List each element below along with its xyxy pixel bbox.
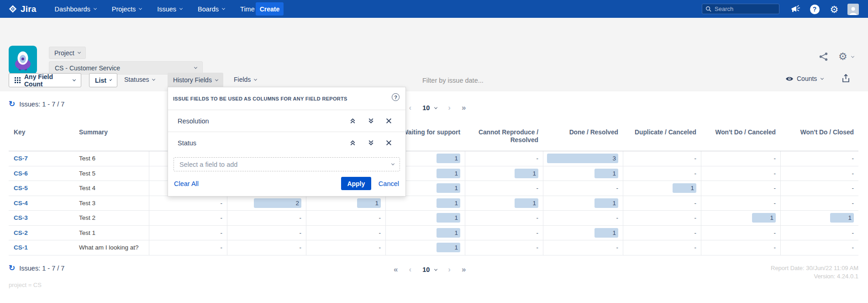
value-cell: - bbox=[623, 166, 701, 181]
move-top-icon[interactable] bbox=[349, 139, 356, 146]
first-page-button[interactable]: « bbox=[394, 265, 398, 274]
empty-value: - bbox=[694, 229, 697, 236]
value-cell: - bbox=[149, 211, 227, 225]
value-cell: - bbox=[227, 226, 306, 240]
help-circle-icon[interactable]: ? bbox=[392, 93, 400, 101]
value-cell: - bbox=[780, 240, 858, 255]
issue-key-link[interactable]: CS-7 bbox=[14, 155, 28, 162]
search-input[interactable] bbox=[715, 5, 776, 12]
statuses-dropdown[interactable]: Statuses bbox=[124, 76, 155, 83]
chevron-down-icon bbox=[139, 7, 142, 10]
move-bottom-icon[interactable] bbox=[368, 117, 374, 124]
summary-cell: Test 6 bbox=[73, 151, 149, 166]
empty-value: - bbox=[694, 244, 697, 251]
clear-all-link[interactable]: Clear All bbox=[174, 180, 199, 187]
issue-key-link[interactable]: CS-1 bbox=[14, 244, 28, 251]
any-field-count-button[interactable]: Any Field Count bbox=[9, 73, 81, 87]
nav-item-projects[interactable]: Projects bbox=[112, 5, 142, 13]
apply-button[interactable]: Apply bbox=[341, 177, 371, 190]
fields-dropdown[interactable]: Fields bbox=[234, 76, 257, 83]
count-bar: 1 bbox=[437, 213, 460, 223]
counts-dropdown[interactable]: Counts bbox=[785, 75, 823, 82]
previous-page-button[interactable]: ‹ bbox=[409, 265, 411, 274]
last-page-button[interactable]: » bbox=[462, 265, 466, 274]
issue-key-link[interactable]: CS-3 bbox=[14, 214, 28, 221]
count-bar: 1 bbox=[515, 169, 538, 178]
value-cell: - bbox=[465, 151, 543, 166]
help-button[interactable]: ? bbox=[809, 3, 821, 15]
remove-field-icon[interactable] bbox=[386, 139, 392, 146]
value-cell: - bbox=[701, 226, 780, 240]
remove-field-icon[interactable] bbox=[386, 117, 392, 124]
move-bottom-icon[interactable] bbox=[368, 139, 374, 146]
history-fields-dropdown[interactable]: History Fields bbox=[168, 73, 223, 87]
any-field-report-table: KeySummary/ Waiting for supportCannot Re… bbox=[9, 123, 858, 255]
table-row-cs-4: CS-4Test 3-21111--- bbox=[9, 196, 858, 211]
share-button[interactable] bbox=[819, 52, 829, 61]
value-cell: 1 bbox=[623, 181, 701, 196]
count-bar: 1 bbox=[437, 183, 460, 193]
empty-value: - bbox=[300, 214, 302, 221]
user-profile-button[interactable] bbox=[847, 3, 859, 15]
nav-item-boards[interactable]: Boards bbox=[198, 5, 225, 13]
chevron-down-icon bbox=[215, 78, 218, 81]
value-cell: - bbox=[623, 211, 701, 225]
value-cell: 1 bbox=[385, 226, 465, 240]
last-page-button[interactable]: » bbox=[462, 103, 466, 112]
report-settings-button[interactable]: ⚙ bbox=[838, 51, 854, 63]
issue-date-filter-input[interactable] bbox=[422, 74, 573, 86]
table-row-cs-2: CS-2Test 1---1-1--- bbox=[9, 226, 858, 241]
table-body: CS-7Test 61-3---CS-6Test 5111---CS-5Test… bbox=[9, 151, 858, 255]
refresh-icon[interactable]: ↻ bbox=[9, 100, 15, 108]
panel-field-row-status: Status bbox=[168, 132, 405, 154]
value-cell: - bbox=[780, 226, 858, 240]
page-size-select[interactable]: 10 bbox=[422, 266, 437, 273]
value-cell: - bbox=[227, 240, 306, 255]
value-cell: 1 bbox=[385, 240, 465, 255]
add-field-select[interactable]: Select a field to add bbox=[174, 157, 400, 171]
search-box[interactable] bbox=[702, 4, 779, 14]
key-cell: CS-3 bbox=[9, 211, 73, 225]
move-top-icon[interactable] bbox=[349, 117, 356, 124]
project-avatar[interactable] bbox=[9, 46, 37, 74]
summary-cell: Test 1 bbox=[73, 226, 149, 240]
any-field-count-label: Any Field Count bbox=[24, 73, 69, 88]
issue-key-link[interactable]: CS-4 bbox=[14, 200, 28, 207]
gear-icon: ⚙ bbox=[830, 5, 839, 14]
nav-item-dashboards[interactable]: Dashboards bbox=[55, 5, 96, 13]
previous-page-button[interactable]: ‹ bbox=[409, 103, 411, 112]
value-cell: 2 bbox=[227, 196, 306, 211]
key-cell: CS-4 bbox=[9, 196, 73, 211]
issue-key-link[interactable]: CS-5 bbox=[14, 185, 28, 191]
count-bar: 3 bbox=[547, 154, 618, 163]
column-header-won-t-do-canceled: Won't Do / Canceled bbox=[701, 123, 780, 151]
nav-item-issues[interactable]: Issues bbox=[157, 5, 182, 13]
empty-value: - bbox=[537, 244, 539, 251]
issue-key-link[interactable]: CS-6 bbox=[14, 170, 28, 177]
panel-header: ISSUE FIELDS TO BE USED AS COLUMNS FOR A… bbox=[168, 87, 405, 110]
cancel-link[interactable]: Cancel bbox=[379, 180, 399, 187]
jira-logo-icon bbox=[8, 4, 18, 14]
next-page-button[interactable]: › bbox=[448, 265, 451, 274]
admin-settings-button[interactable]: ⚙ bbox=[828, 3, 840, 15]
create-button[interactable]: Create bbox=[256, 2, 284, 16]
help-icon: ? bbox=[810, 5, 820, 14]
export-button[interactable] bbox=[842, 74, 850, 85]
count-bar: 1 bbox=[752, 213, 776, 223]
empty-value: - bbox=[694, 170, 697, 177]
next-page-button[interactable]: › bbox=[448, 103, 451, 112]
value-cell: - bbox=[149, 196, 227, 211]
announcements-button[interactable] bbox=[789, 3, 801, 15]
issues-count-text: Issues: 1 - 7 / 7 bbox=[19, 265, 64, 272]
issue-key-link[interactable]: CS-2 bbox=[14, 229, 28, 236]
jira-logo[interactable]: Jira bbox=[8, 4, 37, 14]
list-view-button[interactable]: List bbox=[89, 73, 117, 87]
project-type-button[interactable]: Project bbox=[49, 47, 86, 59]
empty-value: - bbox=[221, 200, 223, 207]
summary-text: Test 4 bbox=[79, 185, 95, 191]
page-size-select[interactable]: 10 bbox=[422, 104, 437, 112]
value-cell: 1 bbox=[465, 166, 543, 181]
chevron-down-icon bbox=[434, 106, 437, 109]
refresh-icon[interactable]: ↻ bbox=[9, 264, 15, 272]
empty-value: - bbox=[537, 185, 539, 191]
